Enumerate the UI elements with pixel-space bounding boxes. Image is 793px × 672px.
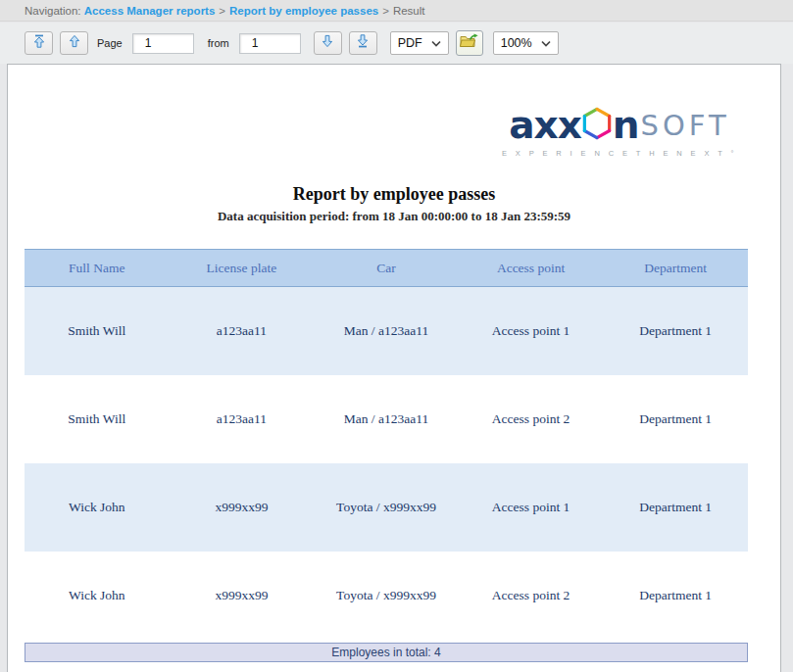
axxonsoft-logo: axx n SOFT E X P E R I E N C E T H E N E… bbox=[502, 106, 737, 158]
cell-full-name: Wick John bbox=[25, 463, 170, 552]
column-header-department: Department bbox=[603, 250, 748, 287]
export-folder-icon bbox=[460, 33, 478, 53]
chevron-down-icon bbox=[541, 40, 551, 47]
cell-license-plate: x999xx99 bbox=[170, 552, 315, 640]
table-row: Smith Will a123aa11 Man / a123aa11 Acces… bbox=[25, 287, 748, 375]
page-number-input[interactable] bbox=[132, 33, 194, 54]
column-header-access-point: Access point bbox=[459, 250, 604, 287]
cell-access-point: Access point 1 bbox=[459, 287, 604, 375]
cell-department: Department 1 bbox=[603, 375, 748, 463]
table-header-row: Full Name License plate Car Access point… bbox=[25, 250, 748, 287]
logo-text-n: n bbox=[613, 106, 639, 145]
column-header-full-name: Full Name bbox=[25, 250, 170, 287]
cell-department: Department 1 bbox=[603, 287, 748, 375]
cell-full-name: Smith Will bbox=[25, 375, 170, 463]
arrow-up-icon bbox=[67, 33, 82, 53]
arrow-up-to-bar-icon bbox=[31, 33, 47, 53]
export-format-value: PDF bbox=[398, 36, 422, 50]
logo-tagline: E X P E R I E N C E T H E N E X T ° bbox=[502, 149, 737, 158]
breadcrumb: Navigation: Access Manager reports > Rep… bbox=[0, 0, 793, 22]
report-subtitle: Data acquisition period: from 18 Jan 00:… bbox=[8, 209, 780, 224]
breadcrumb-current: Result bbox=[393, 5, 425, 17]
cell-full-name: Smith Will bbox=[25, 287, 170, 375]
cell-car: Man / a123aa11 bbox=[314, 287, 459, 375]
cell-car: Toyota / x999xx99 bbox=[314, 552, 459, 640]
zoom-level-select[interactable]: 100% bbox=[493, 31, 559, 55]
logo-text-axx: axx bbox=[509, 106, 581, 145]
employees-total-bar: Employees in total: 4 bbox=[25, 643, 748, 662]
cell-access-point: Access point 2 bbox=[459, 552, 604, 640]
table-row: Smith Will a123aa11 Man / a123aa11 Acces… bbox=[25, 375, 748, 463]
cell-license-plate: x999xx99 bbox=[170, 463, 315, 552]
column-header-license-plate: License plate bbox=[170, 250, 315, 287]
cell-license-plate: a123aa11 bbox=[170, 375, 315, 463]
last-page-button[interactable] bbox=[349, 31, 377, 55]
breadcrumb-link-report-by-employee-passes[interactable]: Report by employee passes bbox=[229, 5, 378, 17]
report-page: axx n SOFT E X P E R I E N C E T H E N E… bbox=[7, 64, 781, 672]
breadcrumb-link-access-manager-reports[interactable]: Access Manager reports bbox=[84, 5, 216, 17]
cell-license-plate: a123aa11 bbox=[170, 287, 315, 375]
from-label: from bbox=[208, 37, 229, 49]
cell-car: Man / a123aa11 bbox=[314, 375, 459, 463]
column-header-car: Car bbox=[314, 250, 459, 287]
export-report-button[interactable] bbox=[456, 30, 483, 56]
cell-full-name: Wick John bbox=[25, 552, 170, 640]
table-row: Wick John x999xx99 Toyota / x999xx99 Acc… bbox=[25, 463, 748, 552]
cell-department: Department 1 bbox=[603, 463, 748, 552]
breadcrumb-prefix: Navigation: bbox=[25, 5, 81, 17]
report-title: Report by employee passes bbox=[8, 184, 780, 205]
table-row: Wick John x999xx99 Toyota / x999xx99 Acc… bbox=[25, 552, 748, 640]
export-format-select[interactable]: PDF bbox=[390, 31, 449, 55]
total-pages-input[interactable] bbox=[239, 33, 301, 54]
arrow-down-icon bbox=[320, 33, 335, 53]
report-toolbar: Page from PDF bbox=[0, 23, 793, 64]
cell-department: Department 1 bbox=[603, 552, 748, 640]
breadcrumb-separator: > bbox=[378, 5, 393, 17]
cell-access-point: Access point 1 bbox=[459, 463, 604, 552]
arrow-down-to-bar-icon bbox=[355, 33, 371, 53]
next-page-button[interactable] bbox=[314, 31, 342, 55]
logo-text-soft: SOFT bbox=[641, 106, 730, 145]
previous-page-button[interactable] bbox=[60, 31, 88, 55]
page-label: Page bbox=[97, 37, 123, 49]
employees-total-text: Employees in total: 4 bbox=[331, 646, 440, 659]
first-page-button[interactable] bbox=[25, 31, 53, 55]
cell-car: Toyota / x999xx99 bbox=[314, 463, 459, 552]
breadcrumb-separator: > bbox=[215, 5, 229, 17]
chevron-down-icon bbox=[431, 40, 441, 47]
cell-access-point: Access point 2 bbox=[459, 375, 604, 463]
passes-table: Full Name License plate Car Access point… bbox=[25, 249, 748, 640]
zoom-level-value: 100% bbox=[501, 36, 532, 50]
hexagon-logo-icon bbox=[582, 107, 612, 144]
